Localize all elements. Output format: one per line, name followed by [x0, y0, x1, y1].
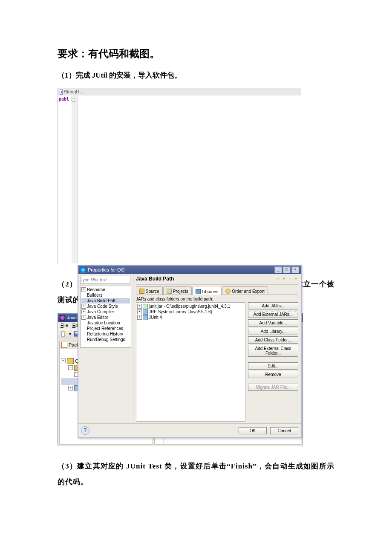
tree-item-javadoc-location[interactable]: Javadoc Location	[87, 320, 120, 326]
tab-projects[interactable]: Projects	[163, 286, 192, 295]
new-icon[interactable]	[60, 330, 67, 338]
collapse-icon[interactable]: −	[61, 358, 66, 363]
tree-item-refactoring-history[interactable]: Refactoring History	[87, 331, 123, 337]
buildpath-tabs: Source Projects Libraries Order and Expo…	[136, 286, 298, 295]
step-3: （3）建立其对应的 JUnit Test 类，设置好后单击“Finish”，会自…	[58, 458, 334, 490]
project-icon	[67, 358, 74, 364]
projects-icon	[167, 289, 172, 294]
nav-back-icon[interactable]: ⇦	[275, 276, 280, 281]
tree-item-java-compiler[interactable]: Java Compiler	[87, 309, 114, 315]
step-1: （1）完成 JUtil 的安装，导入软件包。	[58, 68, 334, 83]
dropdown-icon[interactable]: ▾	[68, 330, 72, 338]
lib-item-junit-jar[interactable]: junit.jar - C:\eclipse\plugins\org.junit…	[149, 304, 230, 309]
folder-icon	[139, 289, 144, 294]
expand-icon[interactable]: +	[68, 386, 73, 390]
minimize-button[interactable]: _	[274, 266, 282, 273]
add-variable-button[interactable]: Add Variable...	[248, 319, 298, 327]
package-icon	[61, 342, 67, 348]
tab-source[interactable]: Source	[136, 286, 163, 295]
ok-button[interactable]: OK	[239, 427, 267, 434]
library-buttons-column: Add JARs... Add External JARs... Add Var…	[245, 295, 298, 422]
maximize-button[interactable]: □	[283, 266, 291, 273]
properties-category-pane: +Resource Builders Java Build Path +Java…	[78, 274, 133, 423]
dialog-title: Properties for QQ	[88, 267, 124, 272]
eclipse-icon	[60, 315, 65, 321]
collapse-icon[interactable]: −	[68, 365, 73, 370]
expand-icon[interactable]: +	[137, 304, 142, 309]
filter-input[interactable]	[80, 276, 130, 284]
properties-dialog: Properties for QQ _ □ × +Resource Builde…	[78, 265, 302, 438]
background-editor-tab: StringU...	[64, 89, 84, 94]
menu-file[interactable]: FFileile	[61, 323, 68, 328]
lib-item-jre[interactable]: JRE System Library [JavaSE-1.6]	[149, 309, 212, 315]
library-icon	[143, 309, 148, 315]
fold-marker-icon[interactable]: −	[72, 97, 76, 101]
tree-item-java-build-path[interactable]: Java Build Path	[87, 298, 117, 304]
help-icon[interactable]: ?	[81, 426, 89, 435]
tree-item-java-code-style[interactable]: Java Code Style	[87, 304, 118, 309]
add-class-folder-button[interactable]: Add Class Folder...	[248, 336, 298, 344]
add-external-class-folder-button[interactable]: Add External Class Folder...	[248, 345, 298, 357]
nav-dropdown-icon[interactable]: ▾	[293, 276, 298, 281]
expand-icon[interactable]: +	[81, 304, 86, 309]
add-external-jars-button[interactable]: Add External JARs...	[248, 311, 298, 318]
tree-item-builders[interactable]: Builders	[87, 292, 102, 298]
tree-item-resource[interactable]: Resource	[87, 287, 105, 292]
library-icon	[143, 315, 148, 320]
tree-item-project-references[interactable]: Project References	[87, 326, 123, 331]
expand-icon[interactable]: +	[137, 315, 142, 320]
code-fragment-public: publ	[59, 97, 69, 101]
migrate-jar-button: Migrate JAR File...	[248, 384, 298, 391]
tree-item-run-debug-settings[interactable]: Run/Debug Settings	[87, 337, 125, 342]
lib-item-junit4[interactable]: JUnit 4	[149, 315, 162, 320]
expand-icon[interactable]: +	[81, 309, 86, 314]
cancel-button[interactable]: Cancel	[270, 427, 298, 434]
edit-button[interactable]: Edit...	[248, 362, 298, 370]
tree-item-java-editor[interactable]: Java Editor	[87, 315, 108, 320]
doc-title: 要求：有代码和截图。	[58, 47, 334, 61]
properties-tree[interactable]: +Resource Builders Java Build Path +Java…	[80, 286, 131, 348]
nav-forward-icon[interactable]: →	[287, 276, 292, 281]
libraries-list[interactable]: +junit.jar - C:\eclipse\plugins\org.juni…	[136, 302, 245, 422]
add-jars-button[interactable]: Add JARs...	[248, 302, 298, 309]
close-button[interactable]: ×	[291, 266, 299, 273]
order-icon	[225, 289, 231, 294]
libraries-label: JARs and class folders on the build path…	[136, 297, 245, 301]
tab-order-export[interactable]: Order and Export	[222, 286, 268, 295]
jar-icon	[143, 304, 148, 309]
screenshot-properties-dialog: J StringU... publ − Properties for QQ	[58, 88, 301, 264]
expand-icon[interactable]: +	[81, 315, 86, 320]
libraries-icon	[196, 289, 201, 294]
dialog-titlebar[interactable]: Properties for QQ _ □ ×	[78, 266, 301, 274]
dialog-icon	[80, 267, 86, 273]
java-file-icon: J	[60, 90, 63, 95]
remove-button[interactable]: Remove	[248, 371, 298, 378]
expand-icon[interactable]: +	[137, 309, 142, 314]
svg-point-1	[64, 332, 66, 333]
add-library-button[interactable]: Add Library...	[248, 328, 298, 335]
tab-libraries[interactable]: Libraries	[192, 287, 222, 295]
expand-icon[interactable]: +	[81, 287, 86, 292]
nav-dropdown-icon[interactable]: ▾	[281, 276, 286, 281]
buildpath-title: Java Build Path	[136, 276, 174, 282]
